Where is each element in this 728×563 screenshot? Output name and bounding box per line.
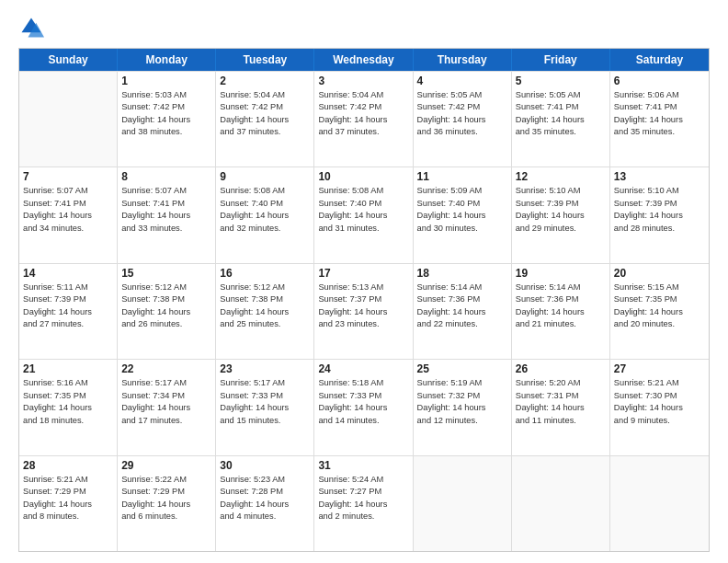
cell-line: Sunset: 7:39 PM: [614, 198, 705, 210]
cell-daylight-line2: and 12 minutes.: [417, 415, 507, 427]
cell-line: Sunrise: 5:09 AM: [417, 185, 507, 197]
calendar-week: 28Sunrise: 5:21 AMSunset: 7:29 PMDayligh…: [19, 455, 709, 551]
cell-line: Sunrise: 5:18 AM: [318, 377, 408, 389]
calendar-cell: 27Sunrise: 5:21 AMSunset: 7:30 PMDayligh…: [610, 360, 709, 454]
cell-daylight-line2: and 37 minutes.: [220, 126, 310, 138]
cell-daylight-line2: and 38 minutes.: [121, 126, 211, 138]
cell-line: Sunset: 7:35 PM: [614, 293, 705, 305]
cell-line: Sunset: 7:28 PM: [220, 486, 310, 498]
cell-daylight-line1: Daylight: 14 hours: [516, 402, 606, 414]
cell-daylight-line1: Daylight: 14 hours: [614, 402, 705, 414]
day-number: 11: [417, 170, 507, 183]
calendar-cell: [414, 456, 512, 551]
cell-line: Sunset: 7:33 PM: [318, 390, 408, 402]
cell-line: Sunset: 7:39 PM: [516, 198, 606, 210]
cell-daylight-line2: and 2 minutes.: [318, 511, 408, 523]
day-number: 15: [121, 267, 211, 280]
cell-line: Sunset: 7:32 PM: [417, 390, 507, 402]
day-number: 10: [318, 170, 408, 183]
calendar-cell: 9Sunrise: 5:08 AMSunset: 7:40 PMDaylight…: [216, 167, 314, 262]
cell-line: Sunset: 7:35 PM: [23, 390, 113, 402]
cell-daylight-line2: and 11 minutes.: [516, 415, 606, 427]
calendar-header-cell: Wednesday: [314, 49, 413, 71]
calendar-header-cell: Saturday: [610, 49, 709, 71]
cell-daylight-line1: Daylight: 14 hours: [23, 210, 113, 222]
calendar-header-cell: Tuesday: [216, 49, 314, 71]
cell-daylight-line2: and 22 minutes.: [417, 318, 507, 330]
cell-daylight-line1: Daylight: 14 hours: [318, 499, 408, 511]
day-number: 19: [516, 267, 606, 280]
day-number: 23: [220, 362, 310, 375]
cell-line: Sunrise: 5:05 AM: [516, 89, 606, 101]
cell-daylight-line1: Daylight: 14 hours: [220, 499, 310, 511]
day-number: 3: [318, 75, 408, 87]
cell-daylight-line1: Daylight: 14 hours: [220, 114, 310, 126]
cell-line: Sunrise: 5:05 AM: [417, 89, 507, 101]
cell-line: Sunset: 7:30 PM: [614, 390, 705, 402]
cell-daylight-line2: and 36 minutes.: [417, 126, 507, 138]
cell-daylight-line2: and 6 minutes.: [121, 511, 211, 523]
day-number: 29: [121, 459, 211, 472]
cell-daylight-line1: Daylight: 14 hours: [23, 499, 113, 511]
cell-line: Sunrise: 5:19 AM: [417, 377, 507, 389]
calendar-cell: 5Sunrise: 5:05 AMSunset: 7:41 PMDaylight…: [512, 72, 610, 167]
cell-daylight-line1: Daylight: 14 hours: [516, 210, 606, 222]
calendar-header-cell: Sunday: [19, 49, 118, 71]
cell-line: Sunrise: 5:04 AM: [220, 89, 310, 101]
calendar-cell: 16Sunrise: 5:12 AMSunset: 7:38 PMDayligh…: [216, 264, 314, 359]
cell-daylight-line2: and 30 minutes.: [417, 223, 507, 235]
cell-daylight-line1: Daylight: 14 hours: [417, 114, 507, 126]
cell-daylight-line2: and 9 minutes.: [614, 415, 705, 427]
cell-line: Sunset: 7:42 PM: [220, 101, 310, 113]
day-number: 31: [318, 459, 408, 472]
calendar-cell: 17Sunrise: 5:13 AMSunset: 7:37 PMDayligh…: [314, 264, 413, 359]
cell-line: Sunset: 7:41 PM: [614, 101, 705, 113]
cell-daylight-line2: and 26 minutes.: [121, 318, 211, 330]
calendar-cell: 12Sunrise: 5:10 AMSunset: 7:39 PMDayligh…: [512, 167, 610, 262]
calendar-cell: 2Sunrise: 5:04 AMSunset: 7:42 PMDaylight…: [216, 72, 314, 167]
calendar-cell: 30Sunrise: 5:23 AMSunset: 7:28 PMDayligh…: [216, 456, 314, 551]
cell-line: Sunrise: 5:14 AM: [417, 282, 507, 293]
calendar-cell: 20Sunrise: 5:15 AMSunset: 7:35 PMDayligh…: [610, 264, 709, 359]
day-number: 13: [614, 170, 705, 183]
calendar-cell: 19Sunrise: 5:14 AMSunset: 7:36 PMDayligh…: [512, 264, 610, 359]
cell-daylight-line1: Daylight: 14 hours: [121, 499, 211, 511]
cell-line: Sunset: 7:29 PM: [23, 486, 113, 498]
cell-daylight-line2: and 34 minutes.: [23, 223, 113, 235]
cell-daylight-line1: Daylight: 14 hours: [23, 402, 113, 414]
cell-line: Sunrise: 5:14 AM: [516, 282, 606, 293]
calendar-header-cell: Thursday: [414, 49, 512, 71]
calendar-cell: 22Sunrise: 5:17 AMSunset: 7:34 PMDayligh…: [118, 360, 216, 454]
calendar-cell: 28Sunrise: 5:21 AMSunset: 7:29 PMDayligh…: [19, 456, 118, 551]
cell-line: Sunset: 7:34 PM: [121, 390, 211, 402]
day-number: 17: [318, 267, 408, 280]
day-number: 7: [23, 170, 113, 183]
calendar-cell: 25Sunrise: 5:19 AMSunset: 7:32 PMDayligh…: [414, 360, 512, 454]
calendar-cell: 26Sunrise: 5:20 AMSunset: 7:31 PMDayligh…: [512, 360, 610, 454]
calendar-cell: 4Sunrise: 5:05 AMSunset: 7:42 PMDaylight…: [414, 72, 512, 167]
calendar-header-cell: Monday: [118, 49, 216, 71]
cell-daylight-line2: and 29 minutes.: [516, 223, 606, 235]
calendar-week: 7Sunrise: 5:07 AMSunset: 7:41 PMDaylight…: [19, 167, 709, 262]
calendar-cell: [610, 456, 709, 551]
calendar: SundayMondayTuesdayWednesdayThursdayFrid…: [18, 48, 710, 552]
cell-daylight-line1: Daylight: 14 hours: [23, 306, 113, 318]
day-number: 4: [417, 75, 507, 87]
cell-line: Sunrise: 5:04 AM: [318, 89, 408, 101]
cell-daylight-line1: Daylight: 14 hours: [614, 306, 705, 318]
calendar-cell: 21Sunrise: 5:16 AMSunset: 7:35 PMDayligh…: [19, 360, 118, 454]
day-number: 1: [121, 75, 211, 87]
cell-line: Sunset: 7:40 PM: [220, 198, 310, 210]
cell-line: Sunrise: 5:12 AM: [220, 282, 310, 293]
calendar-cell: 7Sunrise: 5:07 AMSunset: 7:41 PMDaylight…: [19, 167, 118, 262]
cell-line: Sunrise: 5:15 AM: [614, 282, 705, 293]
calendar-cell: 11Sunrise: 5:09 AMSunset: 7:40 PMDayligh…: [414, 167, 512, 262]
cell-line: Sunrise: 5:07 AM: [121, 185, 211, 197]
day-number: 21: [23, 362, 113, 375]
cell-line: Sunrise: 5:21 AM: [23, 474, 113, 486]
cell-line: Sunrise: 5:11 AM: [23, 282, 113, 293]
day-number: 5: [516, 75, 606, 87]
calendar-cell: 18Sunrise: 5:14 AMSunset: 7:36 PMDayligh…: [414, 264, 512, 359]
cell-line: Sunrise: 5:12 AM: [121, 282, 211, 293]
calendar-week: 1Sunrise: 5:03 AMSunset: 7:42 PMDaylight…: [19, 71, 709, 167]
